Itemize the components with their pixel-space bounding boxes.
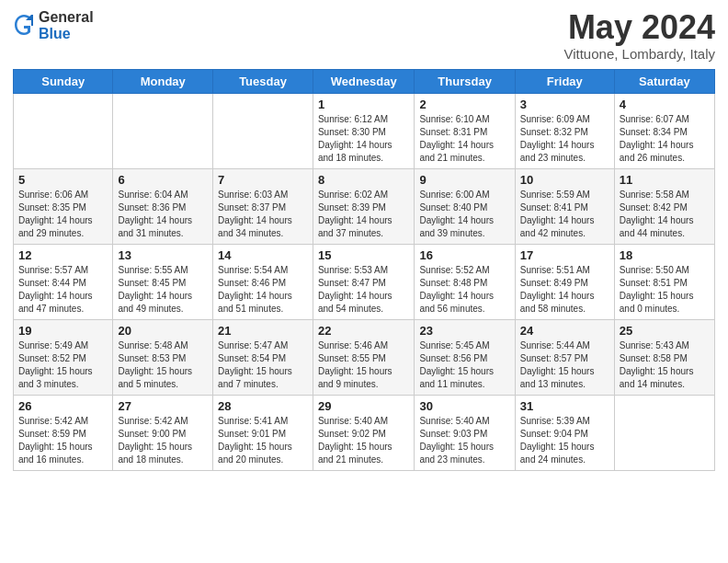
day-number-0-3: 1 [318,98,409,111]
logo: General Blue [13,9,94,41]
calendar-cell-3-0: 19Sunrise: 5:49 AM Sunset: 8:52 PM Dayli… [14,319,113,395]
day-number-0-4: 2 [419,98,509,111]
day-number-4-0: 26 [18,399,108,413]
calendar-cell-4-1: 27Sunrise: 5:42 AM Sunset: 9:00 PM Dayli… [113,395,213,470]
day-info-1-4: Sunrise: 6:00 AM Sunset: 8:40 PM Dayligh… [419,189,509,240]
day-info-4-3: Sunrise: 5:40 AM Sunset: 9:02 PM Dayligh… [318,415,409,466]
day-number-3-3: 22 [318,324,409,338]
title-section: May 2024 Vittuone, Lombardy, Italy [563,9,715,62]
day-number-3-2: 21 [218,324,308,338]
day-info-2-3: Sunrise: 5:53 AM Sunset: 8:47 PM Dayligh… [318,264,409,316]
header-sunday: Sunday [14,69,113,93]
day-number-2-2: 14 [218,248,308,262]
calendar-cell-2-2: 14Sunrise: 5:54 AM Sunset: 8:46 PM Dayli… [213,244,313,319]
day-info-0-3: Sunrise: 6:12 AM Sunset: 8:30 PM Dayligh… [318,113,409,165]
day-info-2-0: Sunrise: 5:57 AM Sunset: 8:44 PM Dayligh… [18,264,108,316]
calendar-cell-3-5: 24Sunrise: 5:44 AM Sunset: 8:57 PM Dayli… [515,319,614,395]
calendar-cell-0-1 [113,93,213,168]
calendar-cell-4-6 [614,395,714,470]
calendar-cell-1-4: 9Sunrise: 6:00 AM Sunset: 8:40 PM Daylig… [415,168,515,244]
day-number-4-4: 30 [419,399,509,413]
day-info-4-4: Sunrise: 5:40 AM Sunset: 9:03 PM Dayligh… [419,415,509,466]
header: General Blue May 2024 Vittuone, Lombardy… [13,9,715,62]
calendar-cell-4-0: 26Sunrise: 5:42 AM Sunset: 8:59 PM Dayli… [14,395,113,470]
day-info-3-0: Sunrise: 5:49 AM Sunset: 8:52 PM Dayligh… [18,339,108,391]
calendar-cell-1-6: 11Sunrise: 5:58 AM Sunset: 8:42 PM Dayli… [614,168,714,244]
calendar-cell-2-5: 17Sunrise: 5:51 AM Sunset: 8:49 PM Dayli… [515,244,614,319]
week-row-1: 5Sunrise: 6:06 AM Sunset: 8:35 PM Daylig… [14,168,715,244]
calendar-cell-2-3: 15Sunrise: 5:53 AM Sunset: 8:47 PM Dayli… [313,244,414,319]
day-number-3-4: 23 [419,324,509,338]
day-number-3-6: 25 [620,324,710,338]
day-info-1-5: Sunrise: 5:59 AM Sunset: 8:41 PM Dayligh… [520,189,609,240]
week-row-0: 1Sunrise: 6:12 AM Sunset: 8:30 PM Daylig… [14,93,715,168]
day-number-3-1: 20 [118,324,208,338]
day-number-2-1: 13 [118,248,208,262]
header-wednesday: Wednesday [313,69,414,93]
logo-icon [13,13,35,39]
day-info-3-2: Sunrise: 5:47 AM Sunset: 8:54 PM Dayligh… [218,339,308,391]
calendar-cell-1-3: 8Sunrise: 6:02 AM Sunset: 8:39 PM Daylig… [313,168,414,244]
header-tuesday: Tuesday [213,69,313,93]
day-number-0-5: 3 [520,98,609,111]
calendar-header: Sunday Monday Tuesday Wednesday Thursday… [14,69,715,93]
calendar-cell-2-6: 18Sunrise: 5:50 AM Sunset: 8:51 PM Dayli… [614,244,714,319]
day-info-4-5: Sunrise: 5:39 AM Sunset: 9:04 PM Dayligh… [520,415,609,466]
calendar-cell-4-3: 29Sunrise: 5:40 AM Sunset: 9:02 PM Dayli… [313,395,414,470]
day-info-1-1: Sunrise: 6:04 AM Sunset: 8:36 PM Dayligh… [118,189,208,240]
day-info-0-4: Sunrise: 6:10 AM Sunset: 8:31 PM Dayligh… [419,113,509,165]
day-info-1-2: Sunrise: 6:03 AM Sunset: 8:37 PM Dayligh… [218,189,308,240]
calendar: Sunday Monday Tuesday Wednesday Thursday… [13,69,715,471]
logo-blue-text: Blue [39,26,94,42]
calendar-body: 1Sunrise: 6:12 AM Sunset: 8:30 PM Daylig… [14,93,715,470]
header-saturday: Saturday [614,69,714,93]
day-number-1-4: 9 [419,173,509,187]
month-title: May 2024 [563,9,715,46]
calendar-cell-1-2: 7Sunrise: 6:03 AM Sunset: 8:37 PM Daylig… [213,168,313,244]
calendar-cell-1-5: 10Sunrise: 5:59 AM Sunset: 8:41 PM Dayli… [515,168,614,244]
day-number-2-6: 18 [620,248,710,262]
day-info-1-6: Sunrise: 5:58 AM Sunset: 8:42 PM Dayligh… [620,189,710,240]
day-info-2-5: Sunrise: 5:51 AM Sunset: 8:49 PM Dayligh… [520,264,609,316]
day-number-1-0: 5 [18,173,108,187]
calendar-cell-0-2 [213,93,313,168]
day-number-2-5: 17 [520,248,609,262]
day-info-3-3: Sunrise: 5:46 AM Sunset: 8:55 PM Dayligh… [318,339,409,391]
week-row-2: 12Sunrise: 5:57 AM Sunset: 8:44 PM Dayli… [14,244,715,319]
day-info-2-6: Sunrise: 5:50 AM Sunset: 8:51 PM Dayligh… [620,264,710,316]
day-info-0-6: Sunrise: 6:07 AM Sunset: 8:34 PM Dayligh… [620,113,710,165]
day-info-3-5: Sunrise: 5:44 AM Sunset: 8:57 PM Dayligh… [520,339,609,391]
day-number-2-0: 12 [18,248,108,262]
calendar-cell-3-4: 23Sunrise: 5:45 AM Sunset: 8:56 PM Dayli… [415,319,515,395]
day-number-1-3: 8 [318,173,409,187]
day-info-4-0: Sunrise: 5:42 AM Sunset: 8:59 PM Dayligh… [18,415,108,466]
calendar-cell-4-4: 30Sunrise: 5:40 AM Sunset: 9:03 PM Dayli… [415,395,515,470]
week-row-3: 19Sunrise: 5:49 AM Sunset: 8:52 PM Dayli… [14,319,715,395]
day-info-2-4: Sunrise: 5:52 AM Sunset: 8:48 PM Dayligh… [419,264,509,316]
calendar-cell-2-1: 13Sunrise: 5:55 AM Sunset: 8:45 PM Dayli… [113,244,213,319]
day-number-1-2: 7 [218,173,308,187]
calendar-cell-0-5: 3Sunrise: 6:09 AM Sunset: 8:32 PM Daylig… [515,93,614,168]
calendar-cell-1-0: 5Sunrise: 6:06 AM Sunset: 8:35 PM Daylig… [14,168,113,244]
day-number-2-3: 15 [318,248,409,262]
calendar-cell-4-2: 28Sunrise: 5:41 AM Sunset: 9:01 PM Dayli… [213,395,313,470]
calendar-cell-1-1: 6Sunrise: 6:04 AM Sunset: 8:36 PM Daylig… [113,168,213,244]
week-row-4: 26Sunrise: 5:42 AM Sunset: 8:59 PM Dayli… [14,395,715,470]
day-info-2-1: Sunrise: 5:55 AM Sunset: 8:45 PM Dayligh… [118,264,208,316]
calendar-cell-3-6: 25Sunrise: 5:43 AM Sunset: 8:58 PM Dayli… [614,319,714,395]
day-number-4-3: 29 [318,399,409,413]
location: Vittuone, Lombardy, Italy [563,46,715,62]
page: General Blue May 2024 Vittuone, Lombardy… [0,0,728,563]
header-friday: Friday [515,69,614,93]
calendar-cell-0-0 [14,93,113,168]
calendar-cell-0-3: 1Sunrise: 6:12 AM Sunset: 8:30 PM Daylig… [313,93,414,168]
day-number-4-1: 27 [118,399,208,413]
logo-general-text: General [39,9,94,26]
day-number-0-6: 4 [620,98,710,111]
day-info-3-6: Sunrise: 5:43 AM Sunset: 8:58 PM Dayligh… [620,339,710,391]
header-monday: Monday [113,69,213,93]
day-number-1-1: 6 [118,173,208,187]
day-number-4-2: 28 [218,399,308,413]
header-thursday: Thursday [415,69,515,93]
calendar-cell-3-3: 22Sunrise: 5:46 AM Sunset: 8:55 PM Dayli… [313,319,414,395]
